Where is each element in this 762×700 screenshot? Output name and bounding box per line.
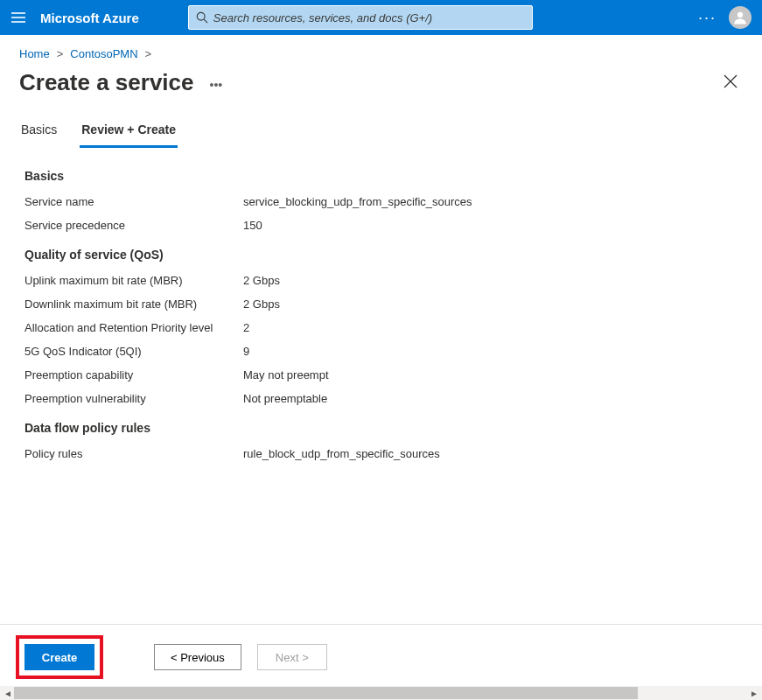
breadcrumb-home[interactable]: Home [19, 47, 50, 60]
close-button[interactable] [718, 69, 743, 96]
row-service-name: Service name service_blocking_udp_from_s… [24, 195, 738, 208]
value-policy-rules: rule_block_udp_from_specific_sources [243, 447, 440, 460]
page-title: Create a service [19, 69, 193, 96]
footer: Create < Previous Next > [0, 625, 762, 686]
create-button[interactable]: Create [24, 644, 94, 670]
value-uplink-mbr: 2 Gbps [243, 274, 280, 287]
scroll-left-icon[interactable]: ◄ [2, 687, 14, 699]
section-qos-heading: Quality of service (QoS) [24, 248, 738, 262]
close-icon [724, 74, 738, 88]
svg-point-5 [738, 12, 743, 18]
value-5qi: 9 [243, 345, 249, 358]
row-service-precedence: Service precedence 150 [24, 219, 738, 232]
row-uplink-mbr: Uplink maximum bit rate (MBR) 2 Gbps [24, 274, 738, 287]
user-avatar[interactable] [729, 6, 752, 29]
scroll-thumb[interactable] [14, 687, 638, 699]
header-more-icon[interactable]: ··· [698, 9, 717, 27]
search-placeholder: Search resources, services, and docs (G+… [213, 11, 432, 24]
previous-button[interactable]: < Previous [154, 644, 241, 670]
person-icon [732, 10, 748, 25]
brand-label: Microsoft Azure [40, 10, 139, 25]
tab-basics[interactable]: Basics [19, 114, 59, 148]
label-arp-level: Allocation and Retention Priority level [24, 321, 243, 334]
next-button: Next > [257, 644, 327, 670]
row-preemption-vulnerability: Preemption vulnerability Not preemptable [24, 392, 738, 405]
label-uplink-mbr: Uplink maximum bit rate (MBR) [24, 274, 243, 287]
row-policy-rules: Policy rules rule_block_udp_from_specifi… [24, 447, 738, 460]
label-service-name: Service name [24, 195, 243, 208]
row-preemption-capability: Preemption capability May not preempt [24, 368, 738, 382]
value-arp-level: 2 [243, 321, 249, 334]
page-more-icon[interactable]: ••• [209, 78, 222, 92]
search-icon [196, 11, 208, 24]
breadcrumb-resource[interactable]: ContosoPMN [70, 47, 137, 60]
tabs: Basics Review + Create [0, 114, 762, 148]
value-preemption-vulnerability: Not preemptable [243, 392, 327, 405]
title-row: Create a service ••• [0, 66, 762, 114]
scroll-track[interactable] [14, 687, 748, 699]
global-header: Microsoft Azure Search resources, servic… [0, 0, 762, 35]
breadcrumb: Home > ContosoPMN > [0, 35, 762, 66]
scroll-right-icon[interactable]: ► [748, 687, 760, 699]
tab-review-create[interactable]: Review + Create [80, 114, 178, 148]
review-content: Basics Service name service_blocking_udp… [0, 148, 762, 624]
value-downlink-mbr: 2 Gbps [243, 298, 280, 311]
chevron-right-icon: > [145, 47, 152, 60]
row-5qi: 5G QoS Indicator (5QI) 9 [24, 345, 738, 358]
value-preemption-capability: May not preempt [243, 368, 329, 382]
horizontal-scrollbar[interactable]: ◄ ► [0, 686, 762, 700]
hamburger-menu-icon[interactable] [10, 10, 26, 25]
row-arp-level: Allocation and Retention Priority level … [24, 321, 738, 334]
label-preemption-capability: Preemption capability [24, 368, 243, 382]
chevron-right-icon: > [57, 47, 64, 60]
label-5qi: 5G QoS Indicator (5QI) [24, 345, 243, 358]
label-policy-rules: Policy rules [24, 447, 243, 460]
label-preemption-vulnerability: Preemption vulnerability [24, 392, 243, 405]
section-basics-heading: Basics [24, 169, 738, 183]
section-policy-heading: Data flow policy rules [24, 421, 738, 435]
svg-line-4 [204, 19, 207, 23]
value-service-precedence: 150 [243, 219, 262, 232]
label-downlink-mbr: Downlink maximum bit rate (MBR) [24, 298, 243, 311]
svg-point-3 [197, 12, 205, 20]
create-button-highlight: Create [16, 635, 103, 679]
label-service-precedence: Service precedence [24, 219, 243, 232]
global-search-input[interactable]: Search resources, services, and docs (G+… [188, 5, 533, 30]
row-downlink-mbr: Downlink maximum bit rate (MBR) 2 Gbps [24, 298, 738, 311]
value-service-name: service_blocking_udp_from_specific_sourc… [243, 195, 472, 208]
